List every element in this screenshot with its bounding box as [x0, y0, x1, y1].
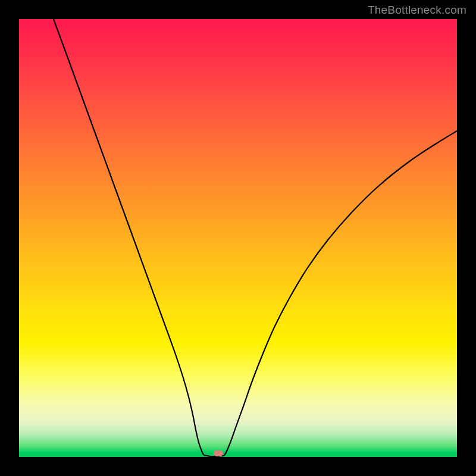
- bottleneck-curve: [54, 19, 457, 456]
- watermark-text: TheBottleneck.com: [368, 4, 466, 17]
- plot-area: [19, 19, 457, 457]
- curve-svg: [19, 19, 457, 457]
- chart-container: TheBottleneck.com: [0, 0, 476, 476]
- optimum-marker: [214, 450, 223, 456]
